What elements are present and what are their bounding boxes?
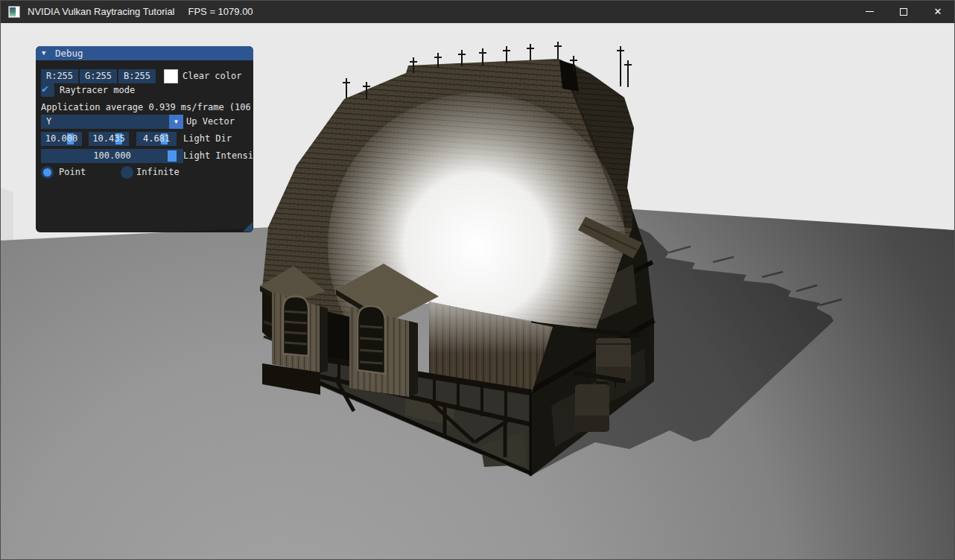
debug-panel: ▼ Debug R:255 G:255 B:255 Clear color ✔ … — [36, 46, 253, 232]
clear-color-b-drag[interactable]: B:255 — [118, 69, 156, 83]
window-title: NVIDIA Vulkan Raytracing Tutorial — [28, 6, 175, 17]
chevron-down-icon[interactable]: ▼ — [169, 115, 183, 129]
light-dir-label: Light Dir — [183, 132, 232, 146]
radio-dot — [43, 168, 51, 176]
far-left-wall — [0, 188, 13, 241]
clear-color-g-drag[interactable]: G:255 — [80, 69, 117, 83]
light-type-infinite-label: Infinite — [136, 165, 180, 179]
light-dir-y-slider[interactable]: 10.435 — [89, 132, 129, 146]
collapse-arrow-icon[interactable]: ▼ — [42, 46, 45, 60]
title-bar[interactable]: NVIDIA Vulkan Raytracing Tutorial FPS = … — [0, 0, 955, 23]
maximize-button[interactable] — [886, 0, 921, 23]
light-type-point-radio[interactable] — [41, 166, 54, 179]
light-intensity-label: Light Intensity — [183, 149, 253, 163]
clear-color-label: Clear color — [183, 69, 241, 83]
up-vector-value: Y — [46, 115, 51, 129]
raytracer-mode-label: Raytracer mode — [60, 83, 135, 98]
close-icon: ✕ — [934, 7, 942, 16]
light-dir-x-slider[interactable]: 10.000 — [41, 132, 82, 146]
panel-title: Debug — [55, 46, 83, 60]
dormer-left-window — [283, 296, 308, 356]
frame-stats-text: Application average 0.939 ms/frame (1064 — [41, 101, 250, 113]
close-button[interactable]: ✕ — [921, 0, 955, 23]
checkmark-icon: ✔ — [42, 82, 48, 95]
raytracer-mode-checkbox[interactable]: ✔ — [41, 83, 54, 97]
debug-panel-header[interactable]: ▼ Debug — [36, 46, 253, 60]
maximize-icon — [900, 8, 907, 16]
light-type-point-label: Point — [59, 165, 86, 179]
up-vector-combo[interactable]: Y ▼ — [41, 115, 183, 129]
minimize-button[interactable] — [852, 0, 886, 23]
app-window: NVIDIA Vulkan Raytracing Tutorial FPS = … — [0, 0, 955, 560]
light-type-infinite-radio[interactable] — [121, 166, 133, 179]
light-intensity-slider[interactable]: 100.000 — [41, 149, 183, 163]
app-icon — [8, 6, 20, 18]
light-dir-z-slider[interactable]: 4.681 — [136, 132, 177, 146]
minimize-icon — [866, 11, 874, 12]
panel-resize-grip[interactable] — [243, 222, 253, 232]
fps-counter: FPS = 1079.00 — [188, 6, 253, 17]
up-vector-label: Up Vector — [186, 115, 235, 129]
clear-color-swatch[interactable] — [164, 69, 178, 83]
slider-grab[interactable] — [168, 150, 177, 162]
